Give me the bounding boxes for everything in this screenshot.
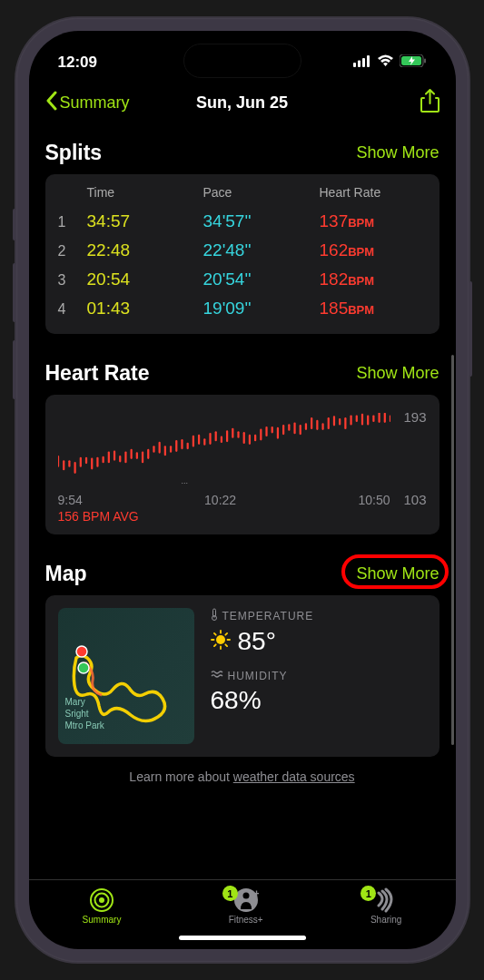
svg-rect-3 <box>367 55 370 67</box>
svg-point-85 <box>242 893 249 899</box>
svg-point-69 <box>78 662 89 673</box>
status-time: 12:09 <box>58 54 97 72</box>
heart-rate-title: Heart Rate <box>45 361 150 386</box>
col-pace: Pace <box>203 185 311 200</box>
table-row: 4 01:43 19'09'' 185BPM <box>58 294 427 323</box>
heart-rate-card[interactable]: 193 103 ... 9:54 10:22 10:50 156 BPM AVG <box>45 395 440 534</box>
chevron-left-icon <box>45 91 57 115</box>
badge: 1 <box>222 886 238 901</box>
svg-point-68 <box>76 646 87 657</box>
svg-line-77 <box>213 633 215 635</box>
back-button[interactable]: Summary <box>45 91 130 115</box>
svg-point-71 <box>212 616 216 621</box>
map-title: Map <box>45 562 87 586</box>
col-hr: Heart Rate <box>320 185 427 200</box>
svg-point-72 <box>216 635 225 644</box>
table-row: 1 34:57 34'57'' 137BPM <box>58 207 427 236</box>
sharing-icon <box>373 887 399 913</box>
svg-rect-0 <box>353 63 356 67</box>
humidity-label: HUMIDITY <box>211 669 314 682</box>
weather-source-link[interactable]: Learn more about weather data sources <box>45 769 440 784</box>
svg-rect-2 <box>362 58 365 67</box>
svg-text:+: + <box>253 887 259 900</box>
share-icon <box>420 101 440 116</box>
summary-icon <box>89 887 114 913</box>
humidity-icon <box>211 669 223 682</box>
tab-sharing[interactable]: 1 Sharing <box>370 887 401 925</box>
home-indicator[interactable] <box>179 936 306 940</box>
heart-rate-chart: ... <box>58 413 390 485</box>
svg-line-79 <box>213 644 215 646</box>
hr-time-3: 10:50 <box>358 493 390 507</box>
tab-summary[interactable]: Summary <box>83 887 122 925</box>
map-park-label: Mary Sright Mtro Park <box>65 696 104 731</box>
hr-max: 193 <box>403 409 426 425</box>
share-button[interactable] <box>420 89 440 117</box>
map-thumbnail[interactable]: Mary Sright Mtro Park <box>58 608 194 744</box>
hr-time-1: 9:54 <box>58 493 83 507</box>
tab-bar: Summary 1 + Fitness+ 1 Sharing <box>29 879 456 930</box>
temperature-label: TEMPERATURE <box>211 608 314 623</box>
hr-time-2: 10:22 <box>204 493 236 507</box>
wifi-icon <box>377 54 394 72</box>
svg-line-80 <box>225 633 227 635</box>
hr-avg-label: 156 BPM AVG <box>58 509 139 524</box>
battery-icon <box>400 54 427 72</box>
signal-icon <box>353 54 371 72</box>
splits-show-more[interactable]: Show More <box>356 143 439 162</box>
sun-icon <box>211 627 231 656</box>
temperature-value: 85° <box>238 627 276 656</box>
table-row: 3 20:54 20'54'' 182BPM <box>58 265 427 294</box>
svg-rect-1 <box>358 61 361 68</box>
table-row: 2 22:48 22'48'' 162BPM <box>58 236 427 265</box>
svg-point-83 <box>99 897 104 903</box>
splits-card: Time Pace Heart Rate 1 34:57 34'57'' 137… <box>45 174 440 334</box>
humidity-value: 68% <box>211 686 262 715</box>
svg-rect-6 <box>424 59 426 64</box>
back-label: Summary <box>60 93 130 113</box>
hr-min: 103 <box>403 492 426 507</box>
splits-title: Splits <box>45 141 103 165</box>
tab-fitness-plus[interactable]: 1 + Fitness+ <box>229 887 263 925</box>
svg-line-78 <box>225 644 227 646</box>
thermometer-icon <box>211 608 218 623</box>
map-show-more[interactable]: Show More <box>356 564 439 583</box>
scroll-indicator[interactable] <box>451 355 454 745</box>
page-title: Sun, Jun 25 <box>196 93 288 113</box>
heart-rate-show-more[interactable]: Show More <box>356 364 439 383</box>
svg-text:...: ... <box>181 476 188 485</box>
dynamic-island <box>183 44 301 78</box>
col-time: Time <box>87 185 194 200</box>
map-card[interactable]: Mary Sright Mtro Park TEMPERATURE <box>45 595 440 757</box>
